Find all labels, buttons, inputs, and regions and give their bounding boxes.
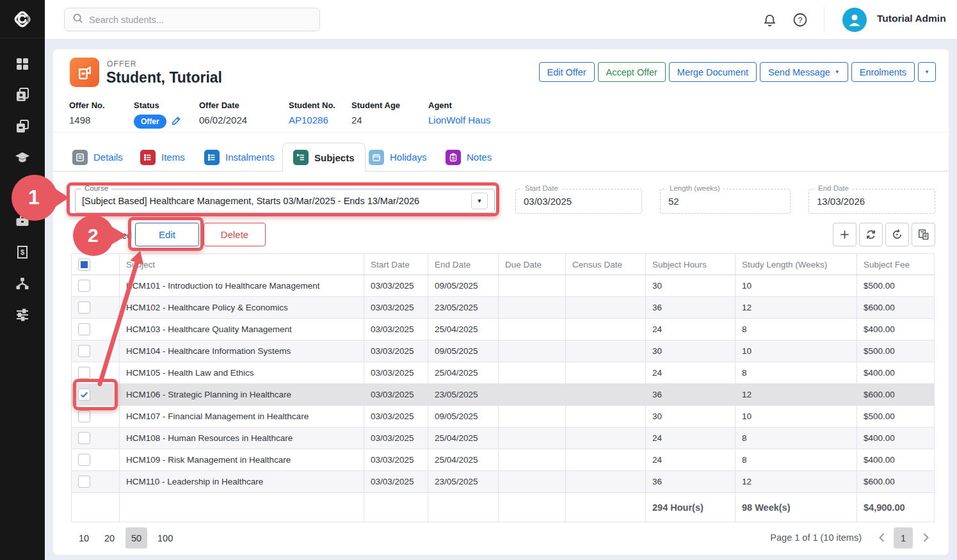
table-row[interactable]: HCM101 - Introduction to Healthcare Mana…	[72, 275, 935, 297]
courses-icon[interactable]	[15, 150, 30, 165]
table-row[interactable]: HCM110 - Leadership in Healthcare03/03/2…	[72, 471, 935, 493]
network-icon[interactable]	[15, 276, 30, 291]
agents-icon[interactable]	[15, 213, 30, 228]
delete-subject-button[interactable]: Delete	[204, 223, 266, 246]
row-checkbox[interactable]	[78, 345, 90, 357]
table-row[interactable]: HCM104 - Healthcare Information Systems0…	[72, 340, 935, 362]
page-size-10[interactable]: 10	[73, 527, 95, 548]
tab-subjects[interactable]: Subjects	[282, 143, 366, 172]
row-checkbox[interactable]	[78, 432, 90, 444]
col-subject[interactable]: Subject	[120, 254, 364, 275]
merge-document-button[interactable]: Merge Document	[669, 62, 757, 82]
app-logo[interactable]	[0, 0, 45, 38]
row-checkbox-cell	[72, 362, 120, 384]
cell-due	[499, 449, 566, 471]
edit-subject-button[interactable]: Edit	[135, 223, 199, 246]
page-number[interactable]: 1	[894, 527, 913, 548]
row-checkbox[interactable]	[78, 280, 90, 292]
holidays-icon	[369, 150, 384, 165]
cell-hours: 24	[646, 319, 736, 340]
settings-icon[interactable]	[15, 307, 30, 323]
more-actions-button[interactable]: ▼	[918, 62, 936, 82]
row-checkbox[interactable]	[78, 454, 90, 466]
add-subject-button[interactable]	[833, 223, 856, 246]
offer-kind-label: OFFER	[107, 60, 137, 68]
next-page-icon[interactable]	[919, 529, 933, 546]
table-row[interactable]: HCM107 - Financial Management in Healthc…	[72, 406, 935, 428]
col-subject-hours[interactable]: Subject Hours	[646, 254, 736, 275]
offer-no-value: 1498	[69, 115, 105, 125]
student-age-label: Student Age	[351, 100, 400, 110]
col-start-date[interactable]: Start Date	[364, 254, 428, 275]
accept-offer-button[interactable]: Accept Offer	[598, 62, 666, 82]
table-row[interactable]: HCM105 - Health Law and Ethics03/03/2025…	[72, 362, 935, 384]
row-checkbox[interactable]	[78, 476, 90, 488]
col-subject-fee[interactable]: Subject Fee	[857, 254, 935, 275]
row-checkbox[interactable]	[78, 367, 90, 379]
row-checkbox[interactable]	[78, 388, 90, 401]
table-row[interactable]: HCM109 - Risk Management in Healthcare03…	[72, 449, 935, 471]
cell-fee: $400.00	[857, 362, 935, 384]
table-row[interactable]: HCM103 - Healthcare Quality Management03…	[72, 319, 935, 340]
prev-page-icon[interactable]	[874, 529, 889, 546]
table-row[interactable]: HCM102 - Healthcare Policy & Economics03…	[72, 297, 935, 319]
students-icon[interactable]	[15, 87, 30, 102]
search-input[interactable]	[89, 15, 312, 25]
agent-link[interactable]: LionWolf Haus	[428, 115, 490, 125]
table-row[interactable]: HCM108 - Human Resources in Healthcare03…	[72, 428, 935, 449]
tab-items[interactable]: Items	[140, 143, 185, 172]
chevron-down-icon[interactable]: ▼	[471, 193, 488, 209]
cell-due	[499, 362, 566, 384]
cell-start: 03/03/2025	[364, 319, 428, 340]
cell-weeks: 8	[736, 449, 857, 471]
column-chooser-icon[interactable]	[912, 223, 935, 246]
row-checkbox[interactable]	[78, 323, 90, 335]
help-icon[interactable]: ?	[792, 12, 808, 28]
length-weeks-field: Length (weeks) 52	[660, 189, 791, 214]
cell-hours: 24	[646, 362, 736, 384]
cell-hours: 24	[646, 428, 736, 449]
avatar[interactable]	[842, 8, 867, 32]
tab-holidays[interactable]: Holidays	[369, 143, 427, 172]
student-no-link[interactable]: AP10286	[289, 115, 328, 125]
tabbar-border	[53, 171, 949, 172]
tab-notes[interactable]: Notes	[446, 143, 492, 172]
total-fee: $4,900.00	[857, 493, 935, 522]
page-size-50[interactable]: 50	[125, 527, 147, 548]
page-size-100[interactable]: 100	[154, 527, 177, 548]
page-size-20[interactable]: 20	[99, 527, 120, 548]
select-all-checkbox[interactable]	[78, 259, 90, 271]
cell-census	[566, 384, 646, 406]
edit-status-icon[interactable]	[172, 116, 181, 127]
offers-icon[interactable]	[15, 118, 30, 134]
course-select[interactable]: Course [Subject Based] Healthcare Manage…	[75, 189, 495, 213]
send-message-button[interactable]: Send Message▼	[760, 62, 848, 82]
refresh-icon[interactable]	[859, 223, 883, 246]
cell-subject: HCM110 - Leadership in Healthcare	[120, 471, 364, 493]
providers-icon[interactable]	[15, 181, 30, 196]
table-row[interactable]: HCM106 - Strategic Planning in Healthcar…	[72, 384, 935, 406]
search-icon	[72, 13, 83, 26]
history-icon[interactable]	[885, 223, 909, 246]
col-end-date[interactable]: End Date	[428, 254, 499, 275]
cell-census	[566, 297, 646, 319]
col-due-date[interactable]: Due Date	[499, 254, 566, 275]
col-census-date[interactable]: Census Date	[566, 254, 646, 275]
col-study-length[interactable]: Study Length (Weeks)	[736, 254, 857, 275]
end-date-label: End Date	[815, 184, 852, 192]
dashboard-icon[interactable]	[15, 56, 30, 72]
invoices-icon[interactable]: $	[15, 244, 30, 260]
enrolments-button[interactable]: Enrolments	[851, 62, 915, 82]
row-checkbox[interactable]	[78, 410, 90, 422]
row-checkbox[interactable]	[78, 301, 90, 314]
tab-instalments[interactable]: Instalments	[204, 143, 275, 172]
edit-offer-button[interactable]: Edit Offer	[539, 62, 595, 82]
cell-subject: HCM108 - Human Resources in Healthcare	[120, 428, 364, 449]
offer-no-label: Offer No.	[69, 100, 105, 110]
tab-details[interactable]: Details	[72, 143, 123, 172]
student-search[interactable]	[64, 8, 320, 31]
details-icon	[72, 150, 88, 165]
cell-weeks: 12	[736, 384, 857, 406]
user-name[interactable]: Tutorial Admin	[877, 13, 946, 24]
notifications-icon[interactable]	[761, 12, 778, 28]
